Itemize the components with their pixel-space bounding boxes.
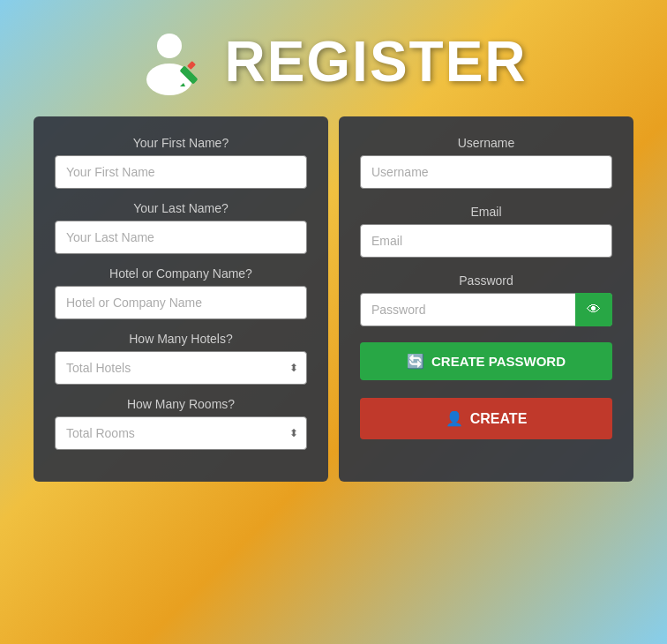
eye-icon: 👁	[587, 302, 601, 318]
page-title: REGISTER	[224, 29, 527, 94]
hotels-select[interactable]: Total Hotels 1 2 3 4 5+	[55, 351, 307, 385]
hotels-select-wrapper: Total Hotels 1 2 3 4 5+ ⬍	[55, 351, 307, 385]
user-add-icon: 👤	[446, 410, 463, 427]
first-name-label: Your First Name?	[55, 136, 307, 150]
email-group: Email	[360, 205, 612, 258]
company-group: Hotel or Company Name?	[55, 266, 307, 319]
email-input[interactable]	[360, 224, 612, 258]
first-name-input[interactable]	[55, 155, 307, 189]
create-password-label: CREATE PASSWORD	[431, 354, 566, 369]
company-input[interactable]	[55, 286, 307, 319]
rooms-label: How Many Rooms?	[55, 397, 307, 411]
show-password-button[interactable]: 👁	[575, 293, 612, 326]
username-input[interactable]	[360, 155, 612, 189]
password-label: Password	[360, 273, 612, 288]
username-label: Username	[360, 136, 612, 150]
svg-rect-4	[187, 61, 196, 70]
refresh-icon: 🔄	[407, 353, 424, 370]
create-button[interactable]: 👤 CREATE	[360, 398, 612, 439]
password-row: 👁	[360, 293, 612, 326]
first-name-group: Your First Name?	[55, 136, 307, 189]
password-group: Password 👁	[360, 273, 612, 326]
last-name-input[interactable]	[55, 221, 307, 254]
company-label: Hotel or Company Name?	[55, 266, 307, 281]
register-icon	[139, 25, 210, 99]
rooms-select[interactable]: Total Rooms 10 25 50 100+	[55, 416, 307, 450]
left-panel: Your First Name? Your Last Name? Hotel o…	[34, 116, 328, 482]
rooms-select-wrapper: Total Rooms 10 25 50 100+ ⬍	[55, 416, 307, 450]
username-group: Username	[360, 136, 612, 189]
header: REGISTER	[139, 0, 527, 116]
form-panels: Your First Name? Your Last Name? Hotel o…	[34, 116, 633, 482]
create-label: CREATE	[470, 411, 528, 427]
rooms-group: How Many Rooms? Total Rooms 10 25 50 100…	[55, 397, 307, 450]
last-name-label: Your Last Name?	[55, 201, 307, 215]
last-name-group: Your Last Name?	[55, 201, 307, 254]
svg-point-0	[157, 34, 182, 58]
hotels-label: How Many Hotels?	[55, 332, 307, 346]
hotels-group: How Many Hotels? Total Hotels 1 2 3 4 5+…	[55, 332, 307, 385]
email-label: Email	[360, 205, 612, 219]
create-password-button[interactable]: 🔄 CREATE PASSWORD	[360, 342, 612, 380]
right-panel: Username Email Password 👁 🔄 CREATE PASSW…	[339, 116, 633, 482]
